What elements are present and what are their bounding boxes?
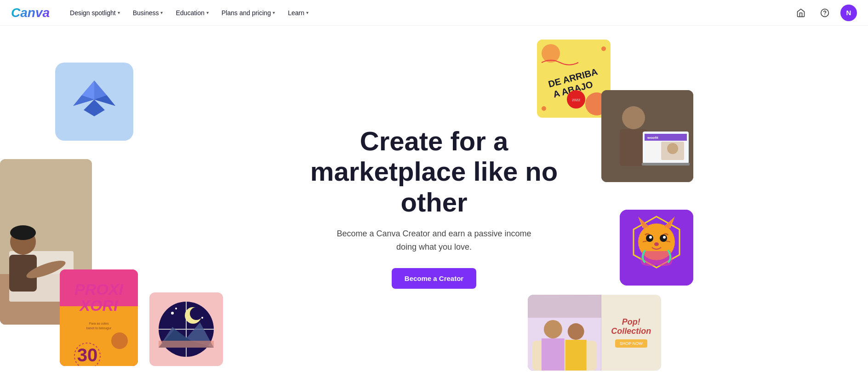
svg-text:XORI: XORI <box>79 297 119 314</box>
hero-content: Create for a marketplace like no other B… <box>296 126 572 289</box>
svg-point-43 <box>542 106 546 111</box>
hero-section: PROXI XORI Para as cotes banot to beioug… <box>0 26 868 389</box>
svg-point-55 <box>667 143 678 154</box>
svg-point-66 <box>663 236 666 239</box>
svg-text:30: 30 <box>77 345 98 365</box>
navbar: Canva Design spotlight ▾ Business ▾ Educ… <box>0 0 868 26</box>
svg-text:2022: 2022 <box>572 98 580 102</box>
svg-rect-35 <box>159 341 214 348</box>
svg-point-73 <box>568 323 584 340</box>
svg-point-21 <box>111 332 128 349</box>
svg-text:PROXI: PROXI <box>74 280 124 298</box>
svg-point-30 <box>171 312 174 315</box>
decorative-proxi-poster: PROXI XORI Para as cotes banot to beioug… <box>60 269 138 366</box>
nav-design-spotlight[interactable]: Design spotlight ▾ <box>64 6 126 20</box>
svg-point-67 <box>654 242 659 246</box>
svg-text:Para as cotes: Para as cotes <box>89 322 109 325</box>
svg-marker-3 <box>84 99 105 116</box>
svg-text:woofit: woofit <box>647 136 658 140</box>
pop-photo <box>528 295 601 371</box>
svg-point-47 <box>622 106 645 129</box>
svg-point-31 <box>175 308 177 309</box>
chevron-down-icon: ▾ <box>118 10 120 15</box>
svg-text:banot to beiougur: banot to beiougur <box>86 326 112 330</box>
svg-point-44 <box>601 46 606 51</box>
nav-plans-pricing[interactable]: Plans and pricing ▾ <box>216 6 280 20</box>
svg-point-65 <box>649 236 652 239</box>
decorative-spanish-poster: DE ARRIBA A ABAJO 2022 <box>537 40 611 118</box>
chevron-down-icon: ▾ <box>160 10 163 15</box>
nav-learn[interactable]: Learn ▾ <box>282 6 314 20</box>
chevron-down-icon: ▾ <box>306 10 308 15</box>
nav-business[interactable]: Business ▾ <box>127 6 169 20</box>
canva-logo[interactable]: Canva <box>11 6 50 20</box>
home-button[interactable] <box>793 5 809 21</box>
help-button[interactable] <box>817 5 833 21</box>
svg-rect-74 <box>565 340 587 371</box>
decorative-circle-night-design <box>149 292 223 366</box>
nav-education[interactable]: Education ▾ <box>170 6 214 20</box>
decorative-pop-collection-image: Pop! Collection SHOP NOW <box>528 295 661 371</box>
svg-point-12 <box>10 225 36 240</box>
become-creator-button[interactable]: Become a Creator <box>392 268 476 289</box>
hero-subtitle: Become a Canva Creator and earn a passiv… <box>296 227 572 254</box>
chevron-down-icon: ▾ <box>206 10 209 15</box>
svg-rect-72 <box>542 338 565 371</box>
svg-point-32 <box>201 317 203 319</box>
svg-point-71 <box>544 320 562 338</box>
chevron-down-icon: ▾ <box>273 10 275 15</box>
svg-rect-50 <box>642 163 690 166</box>
user-avatar[interactable]: N <box>840 5 857 21</box>
nav-right: N <box>793 5 857 21</box>
pop-text: Pop! Collection SHOP NOW <box>601 295 662 371</box>
pop-shop-button: SHOP NOW <box>615 339 647 348</box>
decorative-laptop-person-image: woofit <box>601 90 693 182</box>
decorative-tiger-image <box>620 210 693 286</box>
decorative-bird-image <box>55 63 133 141</box>
svg-point-29 <box>190 307 203 320</box>
hero-title: Create for a marketplace like no other <box>296 126 572 218</box>
nav-items: Design spotlight ▾ Business ▾ Education … <box>64 6 793 20</box>
